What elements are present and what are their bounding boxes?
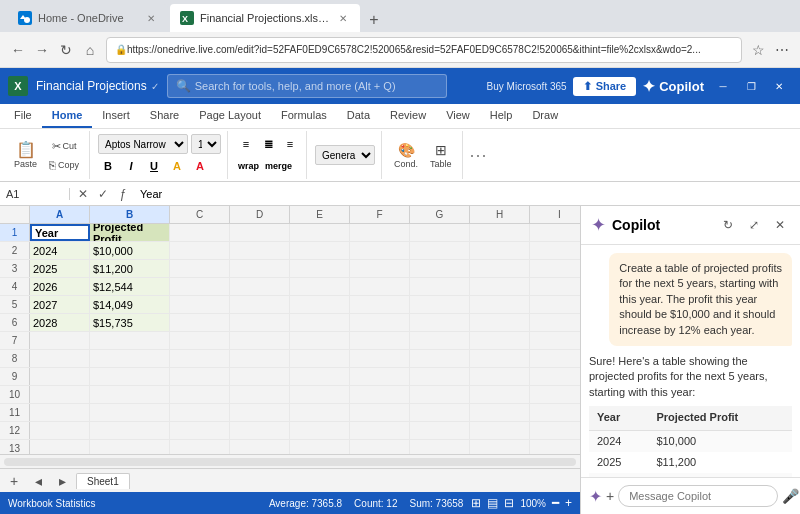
tab-view[interactable]: View [436, 104, 480, 128]
view-page-break-icon[interactable]: ⊟ [504, 496, 514, 510]
copilot-close-button[interactable]: ✕ [770, 215, 790, 235]
minimize-button[interactable]: ─ [710, 76, 736, 96]
col-header-b[interactable]: B [90, 206, 170, 223]
merge-button[interactable]: merge [263, 156, 294, 176]
cell-i1[interactable] [530, 224, 580, 241]
cell-g6[interactable] [410, 314, 470, 331]
cut-button[interactable]: ✂ Cut [45, 138, 83, 155]
col-header-i[interactable]: I [530, 206, 580, 223]
cell-c2[interactable] [170, 242, 230, 259]
copilot-add-button[interactable]: + [606, 485, 614, 507]
tab-share[interactable]: Share [140, 104, 189, 128]
cell-d5[interactable] [230, 296, 290, 313]
cell-d1[interactable] [230, 224, 290, 241]
tab-onedrive-close[interactable]: ✕ [144, 11, 158, 25]
cell-a8[interactable] [30, 350, 90, 367]
cell-d13[interactable] [230, 440, 290, 454]
tab-formulas[interactable]: Formulas [271, 104, 337, 128]
cell-c12[interactable] [170, 422, 230, 439]
copilot-button[interactable]: ✦ Copilot [642, 77, 704, 96]
cell-h8[interactable] [470, 350, 530, 367]
cell-f2[interactable] [350, 242, 410, 259]
cell-c9[interactable] [170, 368, 230, 385]
wrap-text-button[interactable]: wrap [236, 156, 261, 176]
restore-button[interactable]: ❐ [738, 76, 764, 96]
tab-onedrive[interactable]: Home - OneDrive ✕ [8, 4, 168, 32]
cell-h9[interactable] [470, 368, 530, 385]
excel-search-bar[interactable]: 🔍 [167, 74, 447, 98]
col-header-g[interactable]: G [410, 206, 470, 223]
cell-g9[interactable] [410, 368, 470, 385]
cell-h5[interactable] [470, 296, 530, 313]
cell-f9[interactable] [350, 368, 410, 385]
cell-d6[interactable] [230, 314, 290, 331]
home-button[interactable]: ⌂ [80, 40, 100, 60]
formula-input[interactable] [136, 188, 800, 200]
cell-b5[interactable]: $14,049 [90, 296, 170, 313]
cell-c5[interactable] [170, 296, 230, 313]
cell-a10[interactable] [30, 386, 90, 403]
col-header-c[interactable]: C [170, 206, 230, 223]
cell-h1[interactable] [470, 224, 530, 241]
copilot-mic-button[interactable]: 🎤 [782, 485, 799, 507]
cell-g5[interactable] [410, 296, 470, 313]
cell-b7[interactable] [90, 332, 170, 349]
cell-b12[interactable] [90, 422, 170, 439]
cell-h11[interactable] [470, 404, 530, 421]
cell-d9[interactable] [230, 368, 290, 385]
align-left-button[interactable]: ≡ [236, 134, 256, 154]
cell-e10[interactable] [290, 386, 350, 403]
cell-e7[interactable] [290, 332, 350, 349]
cell-a3[interactable]: 2025 [30, 260, 90, 277]
col-header-f[interactable]: F [350, 206, 410, 223]
underline-button[interactable]: U [144, 156, 164, 176]
copilot-popout-button[interactable]: ⤢ [744, 215, 764, 235]
cell-a13[interactable] [30, 440, 90, 454]
cell-b13[interactable] [90, 440, 170, 454]
font-name-select[interactable]: Aptos Narrow [98, 134, 188, 154]
close-button[interactable]: ✕ [766, 76, 792, 96]
format-table-button[interactable]: ⊞ Table [426, 140, 456, 171]
cell-e2[interactable] [290, 242, 350, 259]
zoom-in-button[interactable]: + [565, 496, 572, 510]
tab-excel[interactable]: X Financial Projections.xlsx - Micros...… [170, 4, 360, 32]
font-size-select[interactable]: 11 [191, 134, 221, 154]
cell-h10[interactable] [470, 386, 530, 403]
cell-i6[interactable] [530, 314, 580, 331]
tab-page-layout[interactable]: Page Layout [189, 104, 271, 128]
cell-b3[interactable]: $11,200 [90, 260, 170, 277]
search-input[interactable] [195, 80, 438, 92]
cell-e13[interactable] [290, 440, 350, 454]
cell-a4[interactable]: 2026 [30, 278, 90, 295]
cancel-formula-button[interactable]: ✕ [74, 185, 92, 203]
refresh-button[interactable]: ↻ [56, 40, 76, 60]
col-header-e[interactable]: E [290, 206, 350, 223]
m365-badge[interactable]: Buy Microsoft 365 [487, 81, 567, 92]
tab-excel-close[interactable]: ✕ [336, 11, 350, 25]
cell-f12[interactable] [350, 422, 410, 439]
cell-b11[interactable] [90, 404, 170, 421]
cell-d2[interactable] [230, 242, 290, 259]
cell-c3[interactable] [170, 260, 230, 277]
tab-data[interactable]: Data [337, 104, 380, 128]
cell-h3[interactable] [470, 260, 530, 277]
forward-button[interactable]: → [32, 40, 52, 60]
zoom-slider[interactable]: ━ [552, 496, 559, 510]
cell-b1[interactable]: Projected Profit [90, 224, 170, 241]
tab-review[interactable]: Review [380, 104, 436, 128]
cell-a7[interactable] [30, 332, 90, 349]
cell-reference[interactable]: A1 [0, 188, 70, 200]
add-sheet-button[interactable]: + [4, 473, 24, 489]
cell-e11[interactable] [290, 404, 350, 421]
cell-h12[interactable] [470, 422, 530, 439]
cell-f13[interactable] [350, 440, 410, 454]
back-button[interactable]: ← [8, 40, 28, 60]
cell-f6[interactable] [350, 314, 410, 331]
italic-button[interactable]: I [121, 156, 141, 176]
cell-c13[interactable] [170, 440, 230, 454]
cell-c7[interactable] [170, 332, 230, 349]
cell-e3[interactable] [290, 260, 350, 277]
settings-button[interactable]: ⋯ [772, 40, 792, 60]
cell-f1[interactable] [350, 224, 410, 241]
cell-g13[interactable] [410, 440, 470, 454]
